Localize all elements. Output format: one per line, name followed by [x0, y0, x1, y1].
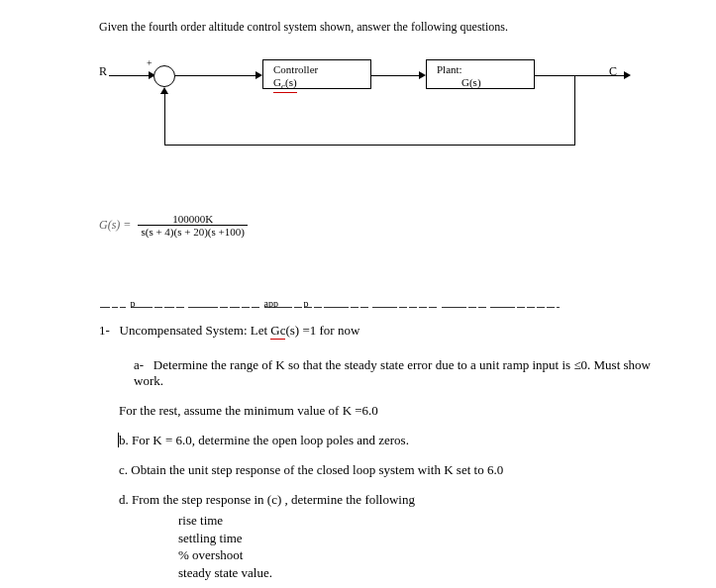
question-1: 1- Uncompensated System: Let Gc(s) =1 fo…: [99, 323, 657, 340]
d-item-2: % overshoot: [178, 546, 657, 564]
part-d: d. From the step response in (c) , deter…: [119, 492, 657, 508]
c-text: Obtain the unit step response of the clo…: [128, 462, 503, 477]
page-title: Given the fourth order altitude control …: [99, 20, 657, 35]
b-text: For K = 6.0, determine the open loop pol…: [129, 433, 409, 447]
gc-arg: (s): [285, 76, 297, 88]
transfer-function: G(s) = 100000K s(s + 4)(s + 20)(s +100): [99, 213, 657, 238]
c-label: C: [609, 64, 617, 79]
a-num: a-: [134, 357, 144, 372]
eq-numerator: 100000K: [138, 213, 247, 226]
d-item-3: steady state value.: [178, 564, 657, 582]
block-diagram: R C + - Controller Gc(s) Plant: G(s): [99, 59, 657, 188]
d-num: d.: [119, 492, 129, 507]
a-text: Determine the range of K so that the ste…: [134, 357, 651, 388]
eq-lhs: G(s) =: [99, 218, 131, 233]
plus-sign: +: [147, 57, 153, 68]
d-item-0: rise time: [178, 512, 657, 530]
plant-block: Plant: G(s): [426, 59, 535, 89]
summing-junction: [153, 65, 175, 87]
gc-g: G: [273, 76, 281, 88]
c-num: c.: [119, 462, 128, 477]
plant-title: Plant:: [437, 63, 524, 76]
controller-tf: Gc(s): [273, 76, 297, 93]
part-b: b. For K = 6.0, determine the open loop …: [119, 433, 657, 448]
plant-tf: G(s): [437, 76, 524, 89]
partial-cutoff-text: p appp: [99, 297, 657, 308]
part-a: a- Determine the range of K so that the …: [134, 357, 657, 389]
r-label: R: [99, 64, 107, 79]
min-k-note: For the rest, assume the minimum value o…: [119, 403, 657, 419]
q1-num: 1-: [99, 323, 110, 338]
b-num: b.: [118, 433, 129, 447]
q1-after: (s) =1 for now: [285, 323, 359, 338]
controller-title: Controller: [273, 63, 360, 76]
part-c: c. Obtain the unit step response of the …: [119, 462, 657, 478]
eq-denominator: s(s + 4)(s + 20)(s +100): [138, 226, 247, 238]
q1-text: Uncompensated System: Let: [120, 323, 271, 338]
d-item-1: settling time: [178, 530, 657, 547]
q1-gc: Gc: [270, 323, 285, 340]
controller-block: Controller Gc(s): [262, 59, 371, 89]
d-text: From the step response in (c) , determin…: [129, 492, 415, 507]
